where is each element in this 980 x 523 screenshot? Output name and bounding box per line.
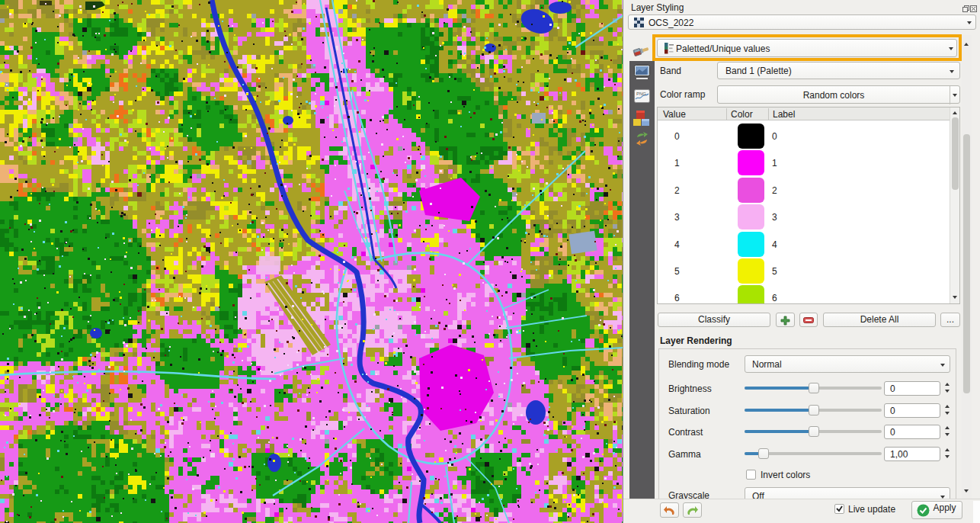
svg-text:PNG: PNG	[636, 91, 646, 96]
